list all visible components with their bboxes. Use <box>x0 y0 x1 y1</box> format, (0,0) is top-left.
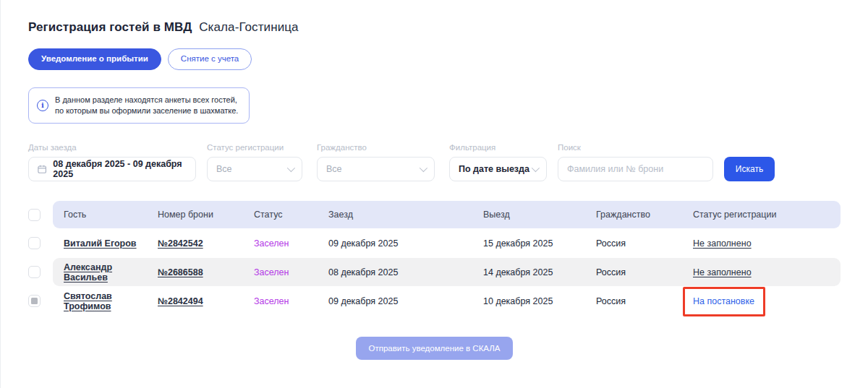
table-row: Виталий Егоров №2842542 Заселен 09 декаб… <box>28 229 841 257</box>
registration-status-value: Все <box>216 164 232 174</box>
citizenship-label: Гражданство <box>317 143 435 152</box>
col-header-checkout: Выезд <box>483 210 596 220</box>
filter-sorting: Фильтрация По дате выезда <box>449 143 547 181</box>
checkin-date: 08 декабря 2025 <box>328 267 483 277</box>
citizenship-value: Россия <box>596 267 693 277</box>
filter-checkin-dates: Даты заезда 08 декабря 2025 - 09 декабря… <box>28 143 196 181</box>
footer: Отправить уведомление в СКАЛА <box>28 337 841 360</box>
tab-arrival-notification[interactable]: Уведомление о прибытии <box>28 48 161 70</box>
guest-registration-page: Регистрация гостей в МВД Скала-Гостиница… <box>0 0 868 388</box>
info-icon: i <box>37 100 48 111</box>
checkin-date: 09 декабря 2025 <box>328 238 483 249</box>
table-header-row: Гость Номер брони Статус Заезд Выезд Гра… <box>28 201 841 228</box>
chevron-down-icon <box>287 164 295 172</box>
booking-number-link[interactable]: №2842494 <box>158 296 254 306</box>
checkin-date: 09 декабря 2025 <box>328 296 483 306</box>
checkout-date: 10 декабря 2025 <box>483 296 596 306</box>
search-button[interactable]: Искать <box>724 157 775 181</box>
guest-name-link[interactable]: Александр Васильев <box>64 262 158 283</box>
page-title: Регистрация гостей в МВД Скала-Гостиница <box>28 20 841 35</box>
search-input[interactable] <box>567 164 704 174</box>
filtration-label: Фильтрация <box>449 143 547 152</box>
citizenship-value: Россия <box>596 296 693 306</box>
page-title-hotel-name: Скала-Гостиница <box>199 20 298 34</box>
info-banner: i В данном разделе находятся анкеты всех… <box>28 87 250 124</box>
checkout-date: 14 декабря 2025 <box>483 267 596 277</box>
send-notification-button[interactable]: Отправить уведомление в СКАЛА <box>356 337 512 360</box>
date-range-value: 08 декабря 2025 - 09 декабря 2025 <box>53 159 187 179</box>
booking-number-link[interactable]: №2842542 <box>158 238 254 249</box>
search-field-wrap <box>558 157 713 181</box>
page-title-main: Регистрация гостей в МВД <box>28 20 192 34</box>
citizenship-select[interactable]: Все <box>317 157 435 181</box>
col-header-checkin: Заезд <box>328 210 483 220</box>
col-header-guest: Гость <box>64 210 158 220</box>
registration-status-label: Статус регистрации <box>207 143 302 152</box>
guests-table: Гость Номер брони Статус Заезд Выезд Гра… <box>28 201 841 315</box>
tab-deregistration[interactable]: Снятие с учета <box>168 48 252 70</box>
guest-name-link[interactable]: Святослав Трофимов <box>64 291 158 311</box>
row-checkbox[interactable] <box>28 237 41 249</box>
row-checkbox[interactable] <box>28 266 41 278</box>
select-all-checkbox[interactable] <box>28 209 41 221</box>
col-header-reg-status: Статус регистрации <box>693 210 841 220</box>
chevron-down-icon <box>420 164 427 172</box>
registration-status-link[interactable]: На постановке <box>693 296 754 306</box>
chevron-down-icon <box>532 164 540 172</box>
checkin-dates-label: Даты заезда <box>28 143 196 152</box>
filter-citizenship: Гражданство Все <box>317 143 435 181</box>
col-header-booking: Номер брони <box>158 210 254 220</box>
calendar-icon <box>38 164 46 174</box>
filtration-value: По дате выезда <box>459 164 529 174</box>
status-badge: Заселен <box>254 238 328 249</box>
filter-search: Поиск <box>558 143 713 181</box>
registration-status-link[interactable]: Не заполнено <box>693 238 841 249</box>
search-label: Поиск <box>558 143 713 152</box>
date-range-input[interactable]: 08 декабря 2025 - 09 декабря 2025 <box>28 157 196 181</box>
tab-bar: Уведомление о прибытии Снятие с учета <box>28 48 841 70</box>
info-banner-text: В данном разделе находятся анкеты всех г… <box>55 95 240 117</box>
filter-registration-status: Статус регистрации Все <box>207 143 302 181</box>
registration-status-link[interactable]: Не заполнено <box>693 267 841 277</box>
table-row: Святослав Трофимов №2842494 Заселен 09 д… <box>28 287 841 315</box>
citizenship-value: Россия <box>596 238 693 249</box>
col-header-citizenship: Гражданство <box>596 210 693 220</box>
checkout-date: 15 декабря 2025 <box>483 238 596 249</box>
booking-number-link[interactable]: №2686588 <box>158 267 254 277</box>
status-badge: Заселен <box>254 267 328 277</box>
guest-name-link[interactable]: Виталий Егоров <box>64 238 158 249</box>
row-checkbox[interactable] <box>28 295 41 307</box>
checkbox-checked-mark <box>31 298 38 304</box>
filter-bar: Даты заезда 08 декабря 2025 - 09 декабря… <box>28 143 841 181</box>
table-row: Александр Васильев №2686588 Заселен 08 д… <box>28 258 841 286</box>
status-badge: Заселен <box>254 296 328 306</box>
col-header-status: Статус <box>254 210 328 220</box>
filtration-select[interactable]: По дате выезда <box>449 157 547 181</box>
registration-status-select[interactable]: Все <box>207 157 302 181</box>
citizenship-value: Все <box>326 164 342 174</box>
